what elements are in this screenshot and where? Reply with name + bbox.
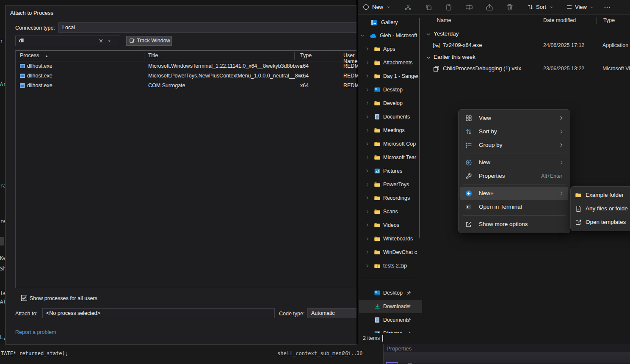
context-menu-item[interactable]: Open in Terminal: [460, 200, 568, 214]
chevron-right-icon[interactable]: [365, 264, 370, 268]
sidebar-pinned-item[interactable]: Desktop: [358, 286, 423, 300]
code-type-field[interactable]: Automatic: [307, 308, 356, 318]
track-window-button[interactable]: Track Window: [126, 36, 172, 46]
process-row[interactable]: dllhost.exe COM Surrogate x64 REDMOND: [16, 81, 356, 91]
context-menu-item[interactable]: Sort by: [460, 125, 568, 138]
file-name: ChildProcessDebugging (1).vsix: [443, 65, 521, 72]
paste-button[interactable]: [445, 3, 453, 11]
sidebar-folder-item[interactable]: Videos: [358, 218, 423, 232]
chevron-right-icon[interactable]: [365, 210, 370, 214]
chevron-right-icon[interactable]: [365, 237, 370, 241]
nav-scrollbar[interactable]: [419, 18, 420, 238]
delete-button[interactable]: [506, 3, 514, 11]
column-header-title[interactable]: Title: [148, 52, 158, 58]
attach-to-field[interactable]: <No process selected>: [42, 308, 275, 318]
context-menu-item[interactable]: New+: [460, 187, 568, 200]
menu-item-label: Example folder: [586, 192, 624, 198]
sidebar-folder-item[interactable]: WinDevChat c: [358, 245, 423, 259]
submenu-item[interactable]: Example folder: [572, 188, 630, 202]
submenu-item[interactable]: Open templates: [572, 215, 630, 229]
code-fragment: Ke: [0, 255, 5, 261]
track-window-label: Track Window: [137, 36, 170, 45]
chevron-down-icon[interactable]: [426, 32, 431, 37]
chevron-right-icon[interactable]: [365, 61, 370, 65]
see-more-button[interactable]: [603, 3, 611, 11]
copy-button[interactable]: [425, 3, 432, 11]
chevron-right-icon[interactable]: [365, 142, 370, 146]
context-menu-item[interactable]: Group by: [460, 138, 568, 152]
sidebar-folder-item[interactable]: tests 2.zip: [358, 259, 423, 273]
sidebar-folder-item[interactable]: Whiteboards: [358, 232, 423, 245]
sidebar-folder-item[interactable]: Day 1 - Sangee: [358, 69, 423, 83]
show-all-users-checkbox[interactable]: [21, 295, 27, 301]
process-name: dllhost.exe: [27, 63, 52, 69]
group-header[interactable]: Earlier this week: [423, 53, 630, 62]
sidebar-pinned-item[interactable]: Pictures: [358, 327, 423, 333]
column-header-process[interactable]: Process▲: [20, 52, 48, 58]
column-divider[interactable]: [538, 17, 538, 24]
sidebar-folder-item[interactable]: Desktop: [358, 83, 423, 97]
show-more-icon: [465, 221, 472, 228]
context-menu-item[interactable]: Show more options: [460, 218, 568, 231]
sidebar-folder-item[interactable]: Pictures: [358, 164, 423, 178]
group-header[interactable]: Yesterday: [423, 30, 630, 39]
process-row[interactable]: dllhost.exe Microsoft.PowerToys.NewPlusC…: [16, 71, 356, 81]
chevron-right-icon[interactable]: [365, 88, 370, 92]
sidebar-folder-item[interactable]: Meetings: [358, 124, 423, 137]
cut-button[interactable]: [404, 3, 412, 11]
properties-panel-title: Properties: [387, 345, 412, 352]
column-header-type[interactable]: Type: [603, 17, 615, 23]
sidebar-folder-item[interactable]: Scans: [358, 205, 423, 218]
chevron-down-icon[interactable]: [360, 33, 365, 38]
sidebar-pinned-item[interactable]: Documents: [358, 313, 423, 327]
clear-filter-icon[interactable]: [98, 38, 104, 44]
attach-to-label: Attach to:: [15, 311, 38, 317]
sidebar-item-label: Microsoft Tear: [383, 154, 418, 160]
process-filter-input[interactable]: dll: [15, 36, 120, 46]
file-row[interactable]: ChildProcessDebugging (1).vsix 23/06/202…: [423, 64, 630, 74]
report-problem-link[interactable]: Report a problem: [15, 329, 56, 335]
file-row[interactable]: 7z 7z2409-x64.exe 24/06/2025 17:12 Appli…: [423, 41, 630, 51]
connection-type-select[interactable]: Local: [58, 22, 356, 33]
column-divider[interactable]: [596, 17, 597, 24]
sidebar-folder-item[interactable]: Recordings: [358, 191, 423, 205]
chevron-right-icon[interactable]: [365, 223, 370, 227]
sidebar-item-gallery[interactable]: Gallery: [358, 18, 423, 28]
sidebar-folder-item[interactable]: Attachments: [358, 56, 423, 69]
folder-icon: [575, 192, 582, 199]
sidebar-folder-item[interactable]: Develop: [358, 97, 423, 110]
sidebar-folder-item[interactable]: PowerToys: [358, 178, 423, 191]
chevron-right-icon[interactable]: [365, 47, 370, 51]
column-header-date[interactable]: Date modified: [543, 17, 576, 23]
chevron-right-icon[interactable]: [365, 74, 370, 78]
chevron-right-icon[interactable]: [365, 101, 370, 105]
sidebar-folder-item[interactable]: Documents: [358, 110, 423, 124]
rename-button[interactable]: [465, 3, 473, 11]
column-header-name[interactable]: Name: [437, 17, 451, 23]
chevron-right-icon[interactable]: [365, 250, 370, 254]
context-menu-item[interactable]: Properties Alt+Enter: [460, 169, 568, 183]
sidebar-folder-item[interactable]: Microsoft Cop: [358, 137, 423, 151]
chevron-right-icon[interactable]: [365, 155, 370, 160]
column-header-type[interactable]: Type: [300, 52, 312, 58]
sidebar-item-onedrive[interactable]: Gleb - Microsoft: [358, 30, 423, 41]
context-menu: View Sort by Group by: [458, 109, 570, 233]
chevron-right-icon[interactable]: [365, 182, 370, 187]
filter-dropdown-icon[interactable]: [107, 39, 111, 43]
terminal-icon: [465, 204, 472, 210]
chevron-right-icon[interactable]: [365, 115, 370, 119]
properties-combo[interactable]: [386, 362, 398, 364]
chevron-right-icon[interactable]: [365, 196, 370, 200]
share-button[interactable]: [486, 3, 493, 11]
chevron-right-icon[interactable]: [365, 128, 370, 132]
context-menu-item[interactable]: New: [460, 156, 568, 169]
sidebar-folder-item[interactable]: Microsoft Tear: [358, 151, 423, 164]
sidebar-folder-item[interactable]: Apps: [358, 42, 423, 56]
chevron-right-icon[interactable]: [365, 169, 370, 173]
chevron-down-icon[interactable]: [426, 55, 431, 60]
process-row[interactable]: dllhost.exe Microsoft.WindowsTerminal_1.…: [16, 61, 356, 71]
context-menu-item[interactable]: View: [460, 111, 568, 125]
submenu-item[interactable]: Any files or folde: [572, 202, 630, 215]
column-divider: [336, 52, 336, 60]
sidebar-pinned-item[interactable]: Downloads: [359, 300, 422, 313]
